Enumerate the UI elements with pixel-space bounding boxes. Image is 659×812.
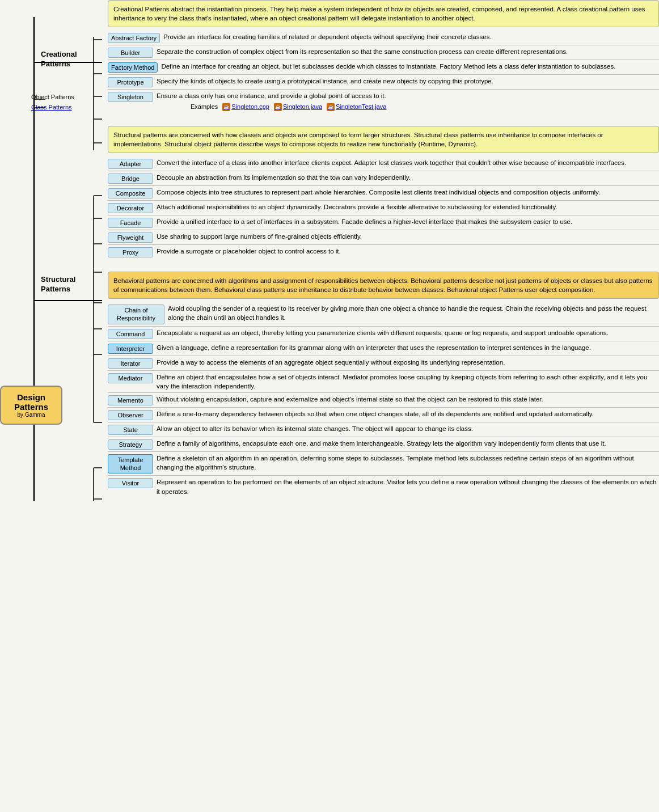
composite-desc: Compose objects into tree structures to … xyxy=(157,188,659,197)
singleton-cpp-link[interactable]: ☕ Singleton.cpp xyxy=(222,103,269,111)
pattern-factory-method: Factory Method Define an interface for c… xyxy=(108,60,659,75)
singleton-examples-row: Examples ☕ Singleton.cpp ☕ Singleton.jav… xyxy=(157,103,659,111)
mediator-desc: Define an object that encapsulates how a… xyxy=(157,373,659,391)
main-layout: Design Patterns by Gamma CreationalPatte… xyxy=(0,0,659,501)
pattern-bridge: Bridge Decouple an abstraction from its … xyxy=(108,171,659,186)
adapter-label[interactable]: Adapter xyxy=(108,159,153,169)
chain-of-responsibility-label[interactable]: Chain ofResponsibility xyxy=(108,304,164,324)
visitor-label[interactable]: Visitor xyxy=(108,478,153,488)
examples-label: Examples xyxy=(191,103,218,111)
mediator-label[interactable]: Mediator xyxy=(108,373,153,383)
pattern-interpreter: Interpreter Given a language, define a r… xyxy=(108,341,659,356)
object-class-labels: Object Patterns Class Patterns xyxy=(31,92,74,112)
iterator-desc: Provide a way to access the elements of … xyxy=(157,358,659,367)
interpreter-label[interactable]: Interpreter xyxy=(108,344,153,354)
command-desc: Encapsulate a request as an object, ther… xyxy=(157,328,659,337)
class-patterns-label[interactable]: Class Patterns xyxy=(31,103,74,113)
chain-of-responsibility-desc: Avoid coupling the sender of a request t… xyxy=(168,304,659,322)
pattern-visitor: Visitor Represent an operation to be per… xyxy=(108,476,659,497)
singleton-java-link[interactable]: ☕ Singleton.java xyxy=(274,103,322,111)
flyweight-label[interactable]: Flyweight xyxy=(108,232,153,243)
bridge-desc: Decouple an abstraction from its impleme… xyxy=(157,173,659,182)
object-patterns-label: Object Patterns xyxy=(31,92,74,103)
adapter-desc: Convert the interface of a class into an… xyxy=(157,158,659,167)
creational-description: Creational Patterns abstract the instant… xyxy=(108,0,659,27)
structural-description: Structural patterns are concerned with h… xyxy=(108,126,659,153)
page: Design Patterns by Gamma CreationalPatte… xyxy=(0,0,659,501)
decorator-desc: Attach additional responsibilities to an… xyxy=(157,202,659,212)
behavioral-description: Behavioral patterns are concerned with a… xyxy=(108,272,659,299)
pattern-strategy: Strategy Define a family of algorithms, … xyxy=(108,437,659,452)
pattern-singleton: Singleton Ensure a class only has one in… xyxy=(108,90,659,113)
abstract-factory-label[interactable]: Abstract Factory xyxy=(108,33,160,43)
memento-label[interactable]: Memento xyxy=(108,395,153,405)
pattern-decorator: Decorator Attach additional responsibili… xyxy=(108,201,659,215)
observer-desc: Define a one-to-many dependency between … xyxy=(157,409,659,418)
pattern-flyweight: Flyweight Use sharing to support large n… xyxy=(108,230,659,245)
structural-patterns-label: StructuralPatterns xyxy=(41,275,75,294)
pattern-abstract-factory: Abstract Factory Provide an interface fo… xyxy=(108,31,659,45)
observer-label[interactable]: Observer xyxy=(108,410,153,420)
strategy-label[interactable]: Strategy xyxy=(108,439,153,450)
pattern-state: State Allow an object to alter its behav… xyxy=(108,422,659,437)
facade-label[interactable]: Facade xyxy=(108,218,153,228)
pattern-composite: Composite Compose objects into tree stru… xyxy=(108,186,659,201)
pattern-prototype: Prototype Specify the kinds of objects t… xyxy=(108,75,659,90)
pattern-memento: Memento Without violating encapsulation,… xyxy=(108,393,659,408)
pattern-template-method: TemplateMethod Define a skeleton of an a… xyxy=(108,452,659,476)
right-column: Creational Patterns abstract the instant… xyxy=(105,0,659,501)
pattern-builder: Builder Separate the construction of com… xyxy=(108,45,659,60)
template-method-label[interactable]: TemplateMethod xyxy=(108,454,153,474)
singleton-test-java-link[interactable]: ☕ SingletonTest.java xyxy=(327,103,386,111)
composite-label[interactable]: Composite xyxy=(108,188,153,198)
singleton-main-text: Ensure a class only has one instance, an… xyxy=(157,91,659,100)
singleton-java-icon: ☕ xyxy=(274,103,282,111)
pattern-mediator: Mediator Define an object that encapsula… xyxy=(108,371,659,393)
state-desc: Allow an object to alter its behavior wh… xyxy=(157,424,659,433)
pattern-proxy: Proxy Provide a surrogate or placeholder… xyxy=(108,245,659,259)
builder-label[interactable]: Builder xyxy=(108,48,153,58)
left-column: Design Patterns by Gamma CreationalPatte… xyxy=(0,0,105,501)
state-label[interactable]: State xyxy=(108,425,153,435)
pattern-observer: Observer Define a one-to-many dependency… xyxy=(108,408,659,422)
pattern-facade: Facade Provide a unified interface to a … xyxy=(108,215,659,230)
singleton-test-java-icon: ☕ xyxy=(327,103,335,111)
builder-desc: Separate the construction of complex obj… xyxy=(157,47,659,56)
proxy-desc: Provide a surrogate or placeholder objec… xyxy=(157,247,659,256)
design-patterns-subtitle: by Gamma xyxy=(6,412,57,418)
visitor-desc: Represent an operation to be performed o… xyxy=(157,477,659,496)
interpreter-desc: Given a language, define a representatio… xyxy=(157,343,659,352)
creational-section: Creational Patterns abstract the instant… xyxy=(108,0,659,113)
structural-section: Structural patterns are concerned with h… xyxy=(108,126,659,259)
pattern-adapter: Adapter Convert the interface of a class… xyxy=(108,157,659,171)
decorator-label[interactable]: Decorator xyxy=(108,203,153,213)
template-method-desc: Define a skeleton of an algorithm in an … xyxy=(157,454,659,472)
design-patterns-box: Design Patterns by Gamma xyxy=(0,386,62,425)
singleton-desc: Ensure a class only has one instance, an… xyxy=(157,91,659,111)
facade-desc: Provide a unified interface to a set of … xyxy=(157,217,659,226)
creational-patterns-label: CreationalPatterns xyxy=(41,50,77,69)
design-patterns-title-line1: Design xyxy=(6,392,57,402)
flyweight-desc: Use sharing to support large numbers of … xyxy=(157,232,659,241)
strategy-desc: Define a family of algorithms, encapsula… xyxy=(157,439,659,448)
pattern-command: Command Encapsulate a request as an obje… xyxy=(108,327,659,341)
singleton-cpp-icon: ☕ xyxy=(222,103,230,111)
memento-desc: Without violating encapsulation, capture… xyxy=(157,395,659,404)
singleton-label[interactable]: Singleton xyxy=(108,92,153,102)
prototype-label[interactable]: Prototype xyxy=(108,77,153,87)
spacer-1 xyxy=(108,117,659,126)
pattern-iterator: Iterator Provide a way to access the ele… xyxy=(108,356,659,371)
command-label[interactable]: Command xyxy=(108,329,153,339)
proxy-label[interactable]: Proxy xyxy=(108,247,153,257)
abstract-factory-desc: Provide an interface for creating famili… xyxy=(163,32,659,41)
bridge-label[interactable]: Bridge xyxy=(108,174,153,184)
behavioral-section: Behavioral patterns are concerned with a… xyxy=(108,272,659,498)
factory-method-desc: Define an interface for creating an obje… xyxy=(161,62,659,71)
factory-method-label[interactable]: Factory Method xyxy=(108,62,158,73)
spacer-2 xyxy=(108,263,659,272)
pattern-chain-of-responsibility: Chain ofResponsibility Avoid coupling th… xyxy=(108,302,659,327)
design-patterns-title-line2: Patterns xyxy=(6,402,57,412)
prototype-desc: Specify the kinds of objects to create u… xyxy=(157,77,659,86)
iterator-label[interactable]: Iterator xyxy=(108,358,153,369)
